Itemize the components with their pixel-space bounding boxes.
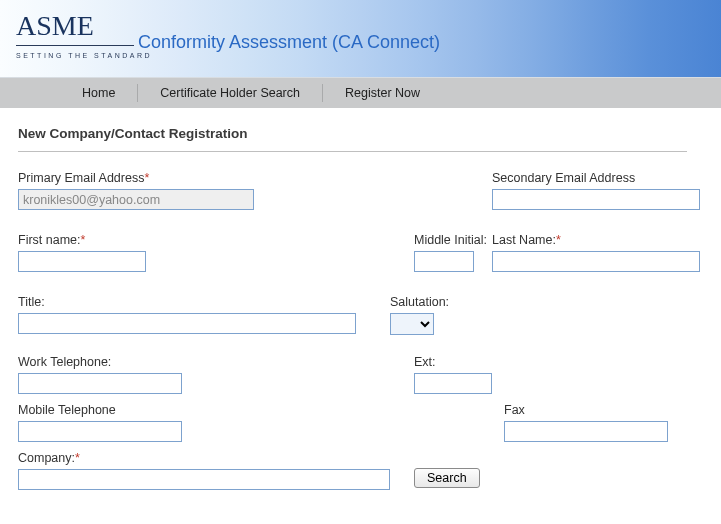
- fax-input[interactable]: [504, 421, 668, 442]
- nav-bar: Home Certificate Holder Search Register …: [0, 78, 721, 108]
- app-title: Conformity Assessment (CA Connect): [138, 32, 440, 53]
- required-marker: *: [81, 233, 86, 247]
- required-marker: *: [75, 451, 80, 465]
- nav-home[interactable]: Home: [60, 86, 137, 100]
- nav-register-now[interactable]: Register Now: [323, 86, 442, 100]
- fax-label: Fax: [504, 403, 525, 417]
- logo: ASME SETTING THE STANDARD: [16, 10, 152, 59]
- work-telephone-label: Work Telephone:: [18, 355, 111, 369]
- primary-email-label: Primary Email Address*: [18, 171, 149, 185]
- first-name-label: First name:*: [18, 233, 85, 247]
- label-text: Company:: [18, 451, 75, 465]
- secondary-email-label: Secondary Email Address: [492, 171, 635, 185]
- logo-tagline: SETTING THE STANDARD: [16, 52, 152, 59]
- label-text: Last Name:: [492, 233, 556, 247]
- secondary-email-input[interactable]: [492, 189, 700, 210]
- middle-initial-label: Middle Initial:: [414, 233, 487, 247]
- required-marker: *: [144, 171, 149, 185]
- middle-initial-input[interactable]: [414, 251, 474, 272]
- divider: [18, 151, 687, 152]
- form-grid: Primary Email Address* Secondary Email A…: [18, 170, 687, 524]
- company-input[interactable]: [18, 469, 390, 490]
- title-label: Title:: [18, 295, 45, 309]
- company-label: Company:*: [18, 451, 80, 465]
- salutation-label: Salutation:: [390, 295, 449, 309]
- required-marker: *: [556, 233, 561, 247]
- mobile-telephone-input[interactable]: [18, 421, 182, 442]
- last-name-input[interactable]: [492, 251, 700, 272]
- label-text: Primary Email Address: [18, 171, 144, 185]
- form-title: New Company/Contact Registration: [18, 126, 687, 141]
- nav-certificate-holder-search[interactable]: Certificate Holder Search: [138, 86, 322, 100]
- ext-input[interactable]: [414, 373, 492, 394]
- work-telephone-input[interactable]: [18, 373, 182, 394]
- primary-email-input[interactable]: [18, 189, 254, 210]
- header-band: ASME SETTING THE STANDARD Conformity Ass…: [0, 0, 721, 78]
- search-button[interactable]: Search: [414, 468, 480, 488]
- ext-label: Ext:: [414, 355, 436, 369]
- first-name-input[interactable]: [18, 251, 146, 272]
- content: New Company/Contact Registration Primary…: [0, 108, 705, 524]
- salutation-select[interactable]: [390, 313, 434, 335]
- title-input[interactable]: [18, 313, 356, 334]
- logo-word: ASME: [16, 10, 152, 42]
- label-text: First name:: [18, 233, 81, 247]
- last-name-label: Last Name:*: [492, 233, 561, 247]
- logo-underline: [16, 45, 134, 46]
- mobile-telephone-label: Mobile Telephone: [18, 403, 116, 417]
